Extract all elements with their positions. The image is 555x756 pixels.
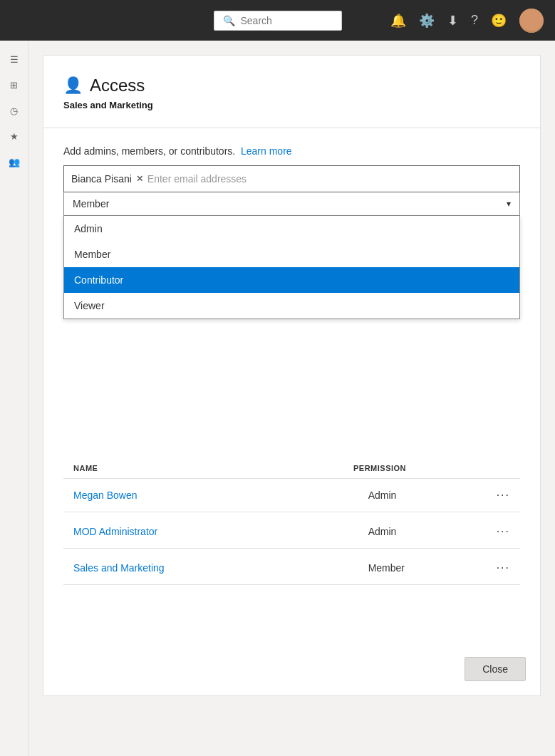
question-icon[interactable]: ? xyxy=(471,13,478,28)
member-perm-3: Member xyxy=(368,562,497,574)
members-table: NAME PERMISSION Megan Bowen Admin ··· MO… xyxy=(63,458,520,585)
email-placeholder: Enter email addresses xyxy=(147,173,512,185)
panel-header: 👤 Access xyxy=(63,76,520,95)
sidebar-item-3[interactable]: ◷ xyxy=(3,99,26,122)
dropdown-option-contributor[interactable]: Contributor xyxy=(64,267,519,293)
topbar-icons: 🔔 ⚙️ ⬇ ? 🙂 xyxy=(390,9,544,33)
panel-subtitle: Sales and Marketing xyxy=(63,100,520,110)
dropdown-selected-label: Member xyxy=(73,198,109,209)
col-header-name: NAME xyxy=(73,464,353,472)
dropdown-container: Member ▾ Admin Member Contributor Viewer xyxy=(63,192,520,216)
email-input-row[interactable]: Bianca Pisani ✕ Enter email addresses xyxy=(63,165,520,192)
row-options-2[interactable]: ··· xyxy=(497,525,510,538)
member-perm-2: Admin xyxy=(368,526,497,537)
avatar[interactable] xyxy=(519,9,544,33)
sidebar-item-4[interactable]: ★ xyxy=(3,125,26,147)
member-name-1[interactable]: Megan Bowen xyxy=(73,490,368,501)
tag-label: Bianca Pisani xyxy=(71,173,132,185)
learn-more-link[interactable]: Learn more xyxy=(241,145,292,157)
dropdown-option-viewer[interactable]: Viewer xyxy=(64,293,519,319)
row-options-1[interactable]: ··· xyxy=(497,489,510,502)
search-box[interactable]: 🔍 xyxy=(214,11,342,31)
access-panel: 👤 Access Sales and Marketing Add admins,… xyxy=(43,55,541,696)
member-perm-1: Admin xyxy=(368,490,497,501)
table-header-row: NAME PERMISSION xyxy=(63,458,520,479)
dropdown-option-member[interactable]: Member xyxy=(64,242,519,267)
topbar-center: 🔍 xyxy=(214,11,342,31)
sidebar-item-2[interactable]: ⊞ xyxy=(3,73,26,96)
person-icon: 👤 xyxy=(63,76,83,95)
download-icon[interactable]: ⬇ xyxy=(447,13,458,29)
smiley-icon[interactable]: 🙂 xyxy=(491,13,507,29)
chevron-down-icon: ▾ xyxy=(507,199,511,209)
dropdown-option-admin[interactable]: Admin xyxy=(64,216,519,242)
panel-title: Access xyxy=(90,76,145,95)
panel-divider xyxy=(43,128,540,128)
close-button[interactable]: Close xyxy=(465,657,526,681)
gear-icon[interactable]: ⚙️ xyxy=(419,13,435,29)
bell-icon[interactable]: 🔔 xyxy=(390,13,406,29)
sidebar-strip: ☰ ⊞ ◷ ★ 👥 xyxy=(0,41,28,756)
member-name-3[interactable]: Sales and Marketing xyxy=(73,562,368,574)
main-content: 👤 Access Sales and Marketing Add admins,… xyxy=(28,41,555,756)
dropdown-menu: Admin Member Contributor Viewer xyxy=(63,216,520,319)
row-options-3[interactable]: ··· xyxy=(497,561,510,574)
search-input[interactable] xyxy=(241,15,333,26)
table-row: Sales and Marketing Member ··· xyxy=(63,552,520,585)
table-row: MOD Administrator Admin ··· xyxy=(63,515,520,549)
member-name-2[interactable]: MOD Administrator xyxy=(73,526,368,537)
search-icon: 🔍 xyxy=(223,15,235,26)
tag-remove-button[interactable]: ✕ xyxy=(136,174,143,184)
topbar: 🔍 🔔 ⚙️ ⬇ ? 🙂 xyxy=(0,0,555,41)
sidebar-item-1[interactable]: ☰ xyxy=(3,48,26,71)
col-header-permission: PERMISSION xyxy=(353,464,482,472)
dropdown-selected[interactable]: Member ▾ xyxy=(63,192,520,216)
add-description: Add admins, members, or contributors. Le… xyxy=(63,145,520,157)
sidebar-item-5[interactable]: 👥 xyxy=(3,150,26,173)
email-tag: Bianca Pisani ✕ xyxy=(71,173,143,185)
table-row: Megan Bowen Admin ··· xyxy=(63,479,520,512)
